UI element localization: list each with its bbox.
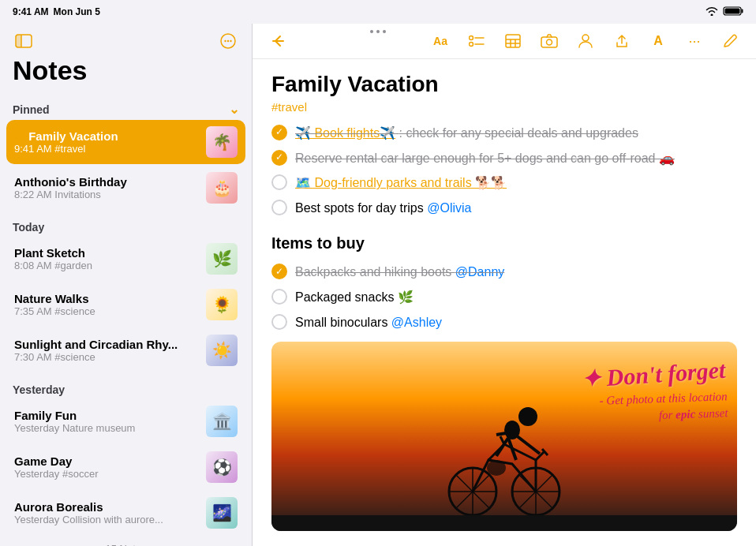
yesterday-section-header: Yesterday — [6, 374, 245, 399]
note-subtitle: 8:22 AM Invitations — [14, 189, 200, 200]
checklist-item-buy-1[interactable]: ✓ Backpacks and hiking boots @Danny — [271, 262, 737, 282]
back-arrow-icon[interactable] — [265, 28, 290, 54]
note-item-game-day[interactable]: Game Day Yesterday #soccer ⚽ — [6, 445, 245, 489]
checklist-item-1[interactable]: ✓ ✈️ Book flights✈️ : check for any spec… — [271, 123, 737, 144]
checkbox-buy-2[interactable] — [271, 289, 287, 305]
note-title: Aurora Borealis — [14, 500, 200, 514]
checklist-item-3[interactable]: 🗺️ Dog-friendly parks and trails 🐕🐕 — [271, 173, 737, 193]
note-title: Anthonio's Birthday — [14, 175, 200, 189]
highlight-icon[interactable]: A — [646, 28, 671, 54]
status-left: 9:41 AM Mon Jun 5 — [13, 6, 100, 17]
svg-point-8 — [227, 40, 229, 42]
pinned-section-header: Pinned ⌄ — [6, 92, 245, 120]
check-text-3: 🗺️ Dog-friendly parks and trails 🐕🐕 — [295, 173, 737, 193]
items-to-buy-heading: Items to buy — [271, 230, 737, 256]
checklist-item-buy-3[interactable]: Small binoculars @Ashley — [271, 312, 737, 333]
camera-icon[interactable] — [537, 28, 562, 54]
note-content: Nature Walks 7:35 AM #science — [14, 292, 200, 317]
note-detail-title: Family Vacation — [271, 72, 737, 97]
note-content: Anthonio's Birthday 8:22 AM Invitations — [14, 175, 200, 200]
svg-line-38 — [496, 433, 506, 435]
wifi-icon — [705, 6, 718, 18]
note-subtitle: 8:08 AM #garden — [14, 260, 200, 271]
svg-point-20 — [547, 39, 552, 45]
note-thumbnail: 🎂 — [206, 172, 238, 204]
note-title: Nature Walks — [14, 292, 200, 305]
svg-point-7 — [224, 40, 226, 42]
checklist-item-4[interactable]: Best spots for day trips @Olivia — [271, 198, 737, 219]
sidebar: Notes Pinned ⌄ ⊙ Family Vacation 9:41 AM… — [0, 24, 253, 546]
checkbox-2[interactable]: ✓ — [271, 150, 287, 166]
svg-point-21 — [582, 35, 589, 41]
note-tag: #travel — [271, 100, 737, 114]
svg-rect-2 — [725, 8, 740, 13]
check-text-1: ✈️ Book flights✈️ : check for any specia… — [295, 123, 737, 144]
checkbox-1[interactable]: ✓ — [271, 125, 287, 140]
svg-rect-14 — [506, 35, 520, 47]
format-aa-icon[interactable]: Aa — [428, 28, 453, 54]
pinned-chevron-icon: ⌄ — [229, 102, 239, 117]
svg-point-9 — [230, 40, 231, 42]
svg-rect-19 — [541, 37, 557, 47]
note-item-family-vacation[interactable]: ⊙ Family Vacation 9:41 AM #travel 🌴 — [6, 120, 245, 164]
detail-pane: Aa — [253, 24, 756, 546]
note-image: ✦ Don't forget - Get photo at this locat… — [271, 342, 737, 531]
note-thumbnail: 🌻 — [206, 289, 238, 320]
detail-content: Family Vacation #travel ✓ ✈️ Book flight… — [253, 59, 756, 546]
checkbox-4[interactable] — [271, 200, 287, 215]
checkbox-3[interactable] — [271, 174, 287, 190]
grass-silhouette — [271, 515, 737, 531]
note-thumbnail: 🌴 — [206, 126, 238, 158]
note-item-nature-walks[interactable]: Nature Walks 7:35 AM #science 🌻 — [6, 282, 245, 327]
note-content: Game Day Yesterday #soccer — [14, 454, 200, 480]
note-item-family-fun[interactable]: Family Fun Yesterday Nature museum 🏛️ — [6, 399, 245, 443]
note-subtitle: Yesterday #soccer — [14, 468, 200, 480]
status-bar: 9:41 AM Mon Jun 5 — [0, 0, 756, 24]
svg-point-10 — [470, 36, 473, 40]
note-title: Plant Sketch — [14, 246, 200, 260]
check-text-buy-1: Backpacks and hiking boots @Danny — [295, 262, 737, 282]
more-options-icon[interactable] — [217, 30, 239, 52]
today-label: Today — [13, 221, 44, 234]
note-count: 15 Notes — [6, 537, 245, 546]
link-parks[interactable]: 🗺️ Dog-friendly parks and trails 🐕🐕 — [295, 176, 507, 189]
checklist-item-buy-2[interactable]: Packaged snacks 🌿 — [271, 287, 737, 308]
checklist-item-2[interactable]: ✓ Reserve rental car large enough for 5+… — [271, 148, 737, 169]
note-item-aurora[interactable]: Aurora Borealis Yesterday Collision with… — [6, 491, 245, 535]
sidebar-toggle-icon[interactable] — [13, 30, 35, 52]
note-subtitle: 7:30 AM #science — [14, 351, 200, 363]
note-content: Family Fun Yesterday Nature museum — [14, 409, 200, 434]
compose-icon[interactable] — [718, 28, 743, 54]
more-options-icon[interactable]: ··· — [682, 28, 707, 54]
share-icon[interactable] — [609, 28, 634, 54]
notes-list: Pinned ⌄ ⊙ Family Vacation 9:41 AM #trav… — [0, 92, 252, 546]
note-subtitle: Yesterday Nature museum — [14, 422, 200, 434]
table-icon[interactable] — [500, 28, 526, 54]
detail-toolbar: Aa — [253, 24, 756, 59]
pin-icon: ⊙ — [14, 132, 22, 143]
note-thumbnail: 🌌 — [206, 497, 238, 529]
person-icon[interactable] — [573, 28, 598, 54]
note-subtitle: Yesterday Collision with aurore... — [14, 514, 200, 525]
checkbox-buy-1[interactable]: ✓ — [271, 264, 287, 279]
note-thumbnail: 🏛️ — [206, 406, 238, 437]
note-item-birthday[interactable]: Anthonio's Birthday 8:22 AM Invitations … — [6, 166, 245, 210]
status-date: Mon Jun 5 — [54, 6, 100, 17]
checkbox-buy-3[interactable] — [271, 314, 287, 330]
mention-danny: @Danny — [455, 265, 505, 279]
note-item-sunlight[interactable]: Sunlight and Circadian Rhy... 7:30 AM #s… — [6, 328, 245, 372]
image-text-sub: - Get photo at this locationfor epic sun… — [599, 388, 728, 426]
check-text-4: Best spots for day trips @Olivia — [295, 198, 737, 219]
note-thumbnail: ☀️ — [206, 335, 238, 366]
svg-rect-4 — [16, 35, 21, 47]
toolbar-left — [265, 28, 290, 54]
note-content: Sunlight and Circadian Rhy... 7:30 AM #s… — [14, 338, 200, 363]
pinned-label: Pinned — [13, 103, 50, 116]
note-item-plant-sketch[interactable]: Plant Sketch 8:08 AM #garden 🌿 — [6, 237, 245, 281]
note-subtitle: 7:35 AM #science — [14, 305, 200, 317]
app-container: Notes Pinned ⌄ ⊙ Family Vacation 9:41 AM… — [0, 24, 756, 546]
checklist-icon[interactable] — [464, 28, 489, 54]
note-thumbnail: ⚽ — [206, 451, 238, 483]
link-flights[interactable]: ✈️ Book flights✈️ — [295, 126, 395, 140]
note-title: Family Fun — [14, 409, 200, 422]
